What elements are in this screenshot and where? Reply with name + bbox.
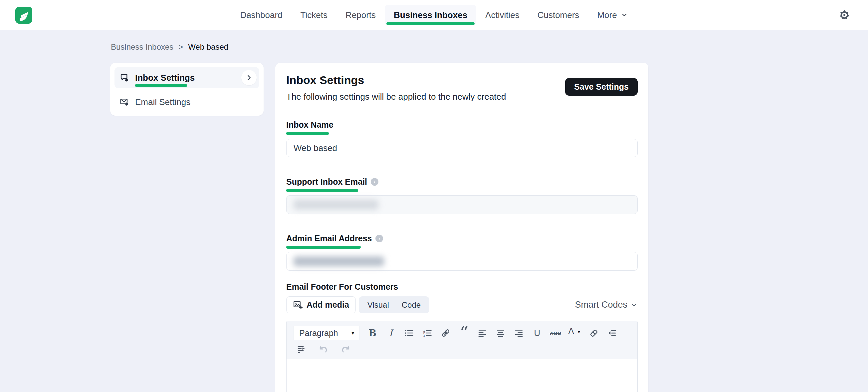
sidebar-item-inbox-settings[interactable]: Inbox Settings [115,67,259,88]
brand-logo[interactable] [15,7,32,24]
gear-icon [839,10,850,20]
format-select[interactable]: Paragraph ▼ [293,326,360,340]
undo-button[interactable] [318,343,329,355]
select-caret-icon: ▼ [350,330,355,336]
nav-item-activities[interactable]: Activities [476,5,529,25]
label-underline [286,246,361,249]
chevron-right-button[interactable] [241,70,257,85]
field-admin-email: Admin Email Address i [286,234,638,271]
info-icon[interactable]: i [371,178,378,186]
nav-item-business-inboxes[interactable]: Business Inboxes [385,5,476,25]
sidebar-item-label: Email Settings [135,97,190,107]
chevron-right-icon [245,74,253,81]
underline-button[interactable]: U [531,327,543,339]
align-left-icon [477,328,487,338]
panel-header: Inbox Settings The following settings wi… [286,74,638,102]
text-color-button[interactable]: A ▼ [568,327,581,339]
redacted-email-value [293,256,384,266]
sidebar-item-email-settings[interactable]: Email Settings [115,93,259,111]
editor-content-area[interactable] [286,359,638,392]
add-media-button[interactable]: Add media [286,296,356,313]
breadcrumb-current: Web based [188,42,228,52]
undo-icon [318,344,329,355]
rich-text-editor: Paragraph ▼ B I [286,321,638,392]
nav-item-customers[interactable]: Customers [529,5,588,25]
breadcrumb-separator: > [178,42,183,52]
editor-toolbar: Paragraph ▼ B I [286,321,638,359]
align-center-icon [496,328,505,338]
active-nav-underline [386,22,475,25]
chevron-down-icon [621,11,628,19]
admin-email-label: Admin Email Address [286,234,372,243]
inbox-name-input[interactable] [286,139,638,157]
toolbar-toggle-icon [297,344,307,354]
email-footer-label: Email Footer For Customers [286,282,398,292]
numbered-list-button[interactable]: 1 2 3 [422,327,433,339]
outdent-icon [607,328,617,338]
redo-button[interactable] [340,343,351,355]
app-screen: Dashboard Tickets Reports Business Inbox… [0,0,868,392]
nav-item-more[interactable]: More [588,5,637,25]
top-navbar: Dashboard Tickets Reports Business Inbox… [0,0,868,30]
italic-button[interactable]: I [385,327,396,339]
email-settings-icon [119,97,130,107]
eraser-icon [589,328,599,338]
bullet-list-button[interactable] [403,327,415,339]
blockquote-button[interactable]: “ [458,330,470,336]
tab-visual[interactable]: Visual [367,300,389,310]
breadcrumb-root-link[interactable]: Business Inboxes [111,42,174,52]
align-right-icon [514,328,524,338]
label-underline [286,189,358,192]
settings-gear-button[interactable] [839,9,850,21]
redacted-email-value [293,200,378,210]
smart-codes-dropdown[interactable]: Smart Codes [575,300,638,310]
editor-controls-row: Add media Visual Code Smart Codes [286,296,638,313]
breadcrumb: Business Inboxes > Web based [111,42,228,52]
bold-button[interactable]: B [367,327,378,339]
outdent-button[interactable] [607,327,618,339]
svg-text:3: 3 [423,334,425,337]
text-color-caret-icon: ▼ [577,329,581,334]
link-button[interactable] [440,327,451,339]
numbered-list-icon: 1 2 3 [422,328,432,338]
nav-item-dashboard[interactable]: Dashboard [231,5,291,25]
chevron-down-icon [630,301,638,309]
align-left-button[interactable] [476,327,488,339]
clear-format-button[interactable] [588,327,599,339]
inbox-settings-panel: Inbox Settings The following settings wi… [275,63,648,392]
support-email-input[interactable] [286,195,638,214]
main-navigation: Dashboard Tickets Reports Business Inbox… [231,0,637,30]
field-email-footer: Email Footer For Customers Add media Vis… [286,282,638,392]
admin-email-input[interactable] [286,252,638,271]
nav-item-reports[interactable]: Reports [337,5,385,25]
active-item-underline [135,84,187,87]
brand-logo-icon [15,7,32,24]
redo-icon [340,344,351,355]
field-support-email: Support Inbox Email i [286,177,638,214]
bullet-list-icon [404,328,414,338]
strikethrough-button[interactable]: ABC [550,327,561,339]
tab-code[interactable]: Code [402,300,421,310]
align-right-button[interactable] [513,327,525,339]
text-color-letter: A [568,327,574,336]
settings-sidebar: Inbox Settings Em [110,63,264,116]
label-underline [286,132,329,135]
sidebar-item-label: Inbox Settings [135,73,195,83]
inbox-settings-icon [119,72,130,83]
link-icon [441,328,451,338]
toolbar-toggle-button[interactable] [296,343,307,355]
inbox-name-label: Inbox Name [286,120,334,130]
info-icon[interactable]: i [375,235,383,242]
save-settings-button[interactable]: Save Settings [565,78,638,96]
nav-item-tickets[interactable]: Tickets [291,5,337,25]
editor-mode-tabs: Visual Code [359,296,429,313]
align-center-button[interactable] [495,327,506,339]
add-media-icon [293,300,303,310]
support-email-label: Support Inbox Email [286,177,367,187]
field-inbox-name: Inbox Name [286,120,638,157]
